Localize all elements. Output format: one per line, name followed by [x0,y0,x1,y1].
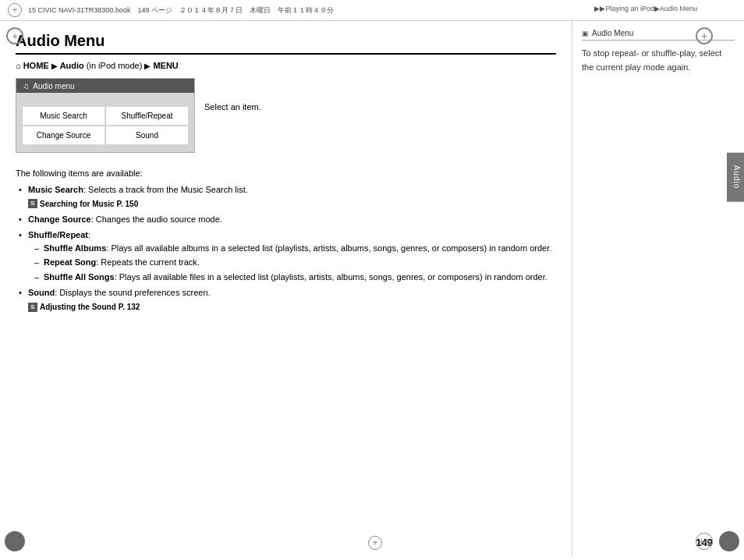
music-icon: ♫ [23,81,29,90]
nav-home-label: HOME [23,61,49,70]
ref-adjusting: S Adjusting the Sound P. 132 [28,301,140,313]
sub-text-shuffle-albums: : Plays all available albums in a select… [106,243,551,253]
corner-circle-bl [5,531,25,551]
ref-icon-s1: S [28,199,37,208]
sub-text-shuffle-all: : Plays all available files in a selecte… [115,272,547,282]
item-text-music-search: Selects a track from the Music Search li… [86,185,248,194]
top-bar: 15 CIVIC NAVI-31TR38300.book 149 ページ ２０１… [0,0,744,21]
top-right-breadcrumb: ▶▶Playing an iPod▶Audio Menu [594,5,697,12]
sub-item-repeat-song: Repeat Song: Repeats the current track. [34,256,556,269]
corner-decor-tr [696,27,713,44]
list-item-change-source: Change Source: Changes the audio source … [19,213,556,226]
ref-text-searching: Searching for Music [40,198,115,210]
ui-mockup-title: Audio menu [33,82,74,90]
ref-page-searching: P. 150 [117,198,139,210]
sound-btn[interactable]: Sound [106,126,188,144]
bottom-center-mark: + [367,534,384,551]
sidebar-label-text: Audio Menu [592,29,633,37]
top-bar-text: 15 CIVIC NAVI-31TR38300.book 149 ページ ２０１… [28,5,334,16]
nav-audio-label: Audio [60,61,84,70]
ref-icon-s2: S [28,303,37,312]
corner-circle-br [719,531,739,551]
ui-mockup: ♫ Audio menu Music Search Shuffle/Repeat… [16,78,195,153]
sub-item-shuffle-all: Shuffle All Songs: Plays all available f… [34,271,556,284]
ref-page-adjusting: P. 132 [119,301,140,313]
description-intro: The following items are available: [16,167,556,180]
page-title: Audio Menu [16,32,556,55]
sub-item-shuffle-albums: Shuffle Albums: Plays all available albu… [34,242,556,255]
change-source-btn[interactable]: Change Source [23,126,105,144]
sub-label-shuffle-albums: Shuffle Albums [44,243,106,253]
sub-text-repeat-song: : Repeats the current track. [96,257,200,267]
ref-searching: S Searching for Music P. 150 [28,198,138,210]
nav-arrow-1: ▶ [51,62,58,70]
item-label-shuffle: Shuffle/Repeat [28,230,88,239]
music-search-btn[interactable]: Music Search [23,107,105,125]
nav-menu-label: MENU [153,61,178,70]
bullet-list: Music Search: Selects a track from the M… [19,183,556,314]
sub-label-repeat-song: Repeat Song [44,257,96,267]
item-text-sound: Displays the sound preferences screen. [57,288,210,297]
shuffle-repeat-btn[interactable]: Shuffle/Repeat [106,107,188,125]
item-text-change-source: Changes the audio source mode. [94,214,222,224]
ui-mockup-body: Music Search Shuffle/Repeat Change Sourc… [16,93,194,152]
select-text: Select an item. [204,102,261,112]
ref-text-adjusting: Adjusting the Sound [40,301,116,313]
list-item-music-search: Music Search: Selects a track from the M… [19,183,556,210]
sidebar-label-icon: ▣ [582,30,589,37]
item-label-sound: Sound [28,288,55,297]
sidebar-text: To stop repeat- or shuffle-play, select … [582,47,735,74]
corner-decor-tl [6,27,23,44]
right-sidebar: ▣ Audio Menu To stop repeat- or shuffle-… [572,21,744,556]
main-container: Audio Menu ⌂ HOME ▶ Audio (in iPod mode)… [0,21,744,556]
sub-label-shuffle-all: Shuffle All Songs [44,272,115,282]
item-label-change-source: Change Source [28,214,91,224]
nav-arrow-2: ▶ [144,62,151,70]
left-content: Audio Menu ⌂ HOME ▶ Audio (in iPod mode)… [0,21,572,556]
nav-path: ⌂ HOME ▶ Audio (in iPod mode) ▶ MENU [16,61,556,70]
corner-decor-br: + [696,533,713,550]
nav-audio-note: (in iPod mode) [87,61,143,70]
item-colon-3: : [88,230,90,239]
list-item-sound: Sound: Displays the sound preferences sc… [19,286,556,313]
item-label-music-search: Music Search [28,185,83,194]
sub-list-shuffle: Shuffle Albums: Plays all available albu… [34,242,556,284]
audio-tab: Audio [727,153,744,202]
ui-mockup-grid: Music Search Shuffle/Repeat Change Sourc… [23,107,188,144]
home-icon: ⌂ [16,61,21,70]
description: The following items are available: Music… [16,167,556,313]
list-item-shuffle-repeat: Shuffle/Repeat: Shuffle Albums: Plays al… [19,229,556,283]
top-left-corner-mark [8,3,22,17]
ui-mockup-header: ♫ Audio menu [16,79,194,93]
